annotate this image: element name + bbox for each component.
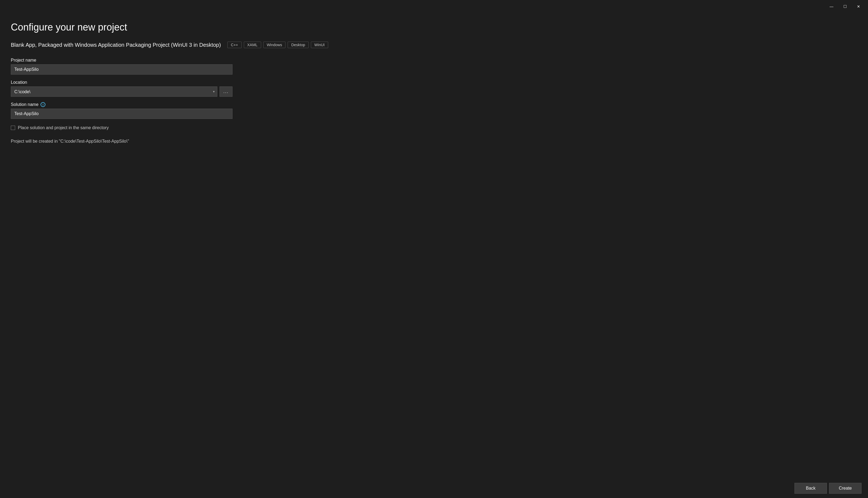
project-name-input[interactable] xyxy=(11,64,232,75)
same-directory-label: Place solution and project in the same d… xyxy=(18,126,109,130)
maximize-button[interactable]: ☐ xyxy=(839,2,851,11)
tag-windows: Windows xyxy=(263,42,286,48)
tag-cpp: C++ xyxy=(227,42,242,48)
title-bar: — ☐ ✕ xyxy=(0,0,868,13)
location-select-wrapper: C:\code\ ▾ xyxy=(11,87,217,97)
project-name-label: Project name xyxy=(11,58,232,63)
project-path-info: Project will be created in "C:\code\Test… xyxy=(11,139,232,144)
solution-name-label: Solution name i xyxy=(11,102,232,107)
project-name-group: Project name xyxy=(11,58,232,75)
form-section: Project name Location C:\code\ ▾ ... Sol… xyxy=(11,58,232,144)
main-content: Configure your new project Blank App, Pa… xyxy=(0,13,868,479)
info-icon[interactable]: i xyxy=(41,102,46,107)
footer: Back Create xyxy=(0,479,868,498)
project-type-row: Blank App, Packaged with Windows Applica… xyxy=(11,42,857,48)
location-select[interactable]: C:\code\ xyxy=(11,87,217,97)
back-button[interactable]: Back xyxy=(794,483,827,494)
solution-name-input[interactable] xyxy=(11,109,232,119)
location-group: Location C:\code\ ▾ ... xyxy=(11,80,232,97)
tag-winui: WinUI xyxy=(311,42,328,48)
close-button[interactable]: ✕ xyxy=(852,2,865,11)
same-directory-row: Place solution and project in the same d… xyxy=(11,126,232,130)
tag-xaml: XAML xyxy=(244,42,261,48)
page-title: Configure your new project xyxy=(11,22,857,33)
minimize-button[interactable]: — xyxy=(825,2,838,11)
location-label: Location xyxy=(11,80,232,85)
solution-name-group: Solution name i xyxy=(11,102,232,119)
create-button[interactable]: Create xyxy=(829,483,861,494)
same-directory-checkbox[interactable] xyxy=(11,126,15,130)
location-row: C:\code\ ▾ ... xyxy=(11,87,232,97)
browse-button[interactable]: ... xyxy=(220,87,232,97)
project-type-label: Blank App, Packaged with Windows Applica… xyxy=(11,42,221,48)
tag-desktop: Desktop xyxy=(288,42,309,48)
